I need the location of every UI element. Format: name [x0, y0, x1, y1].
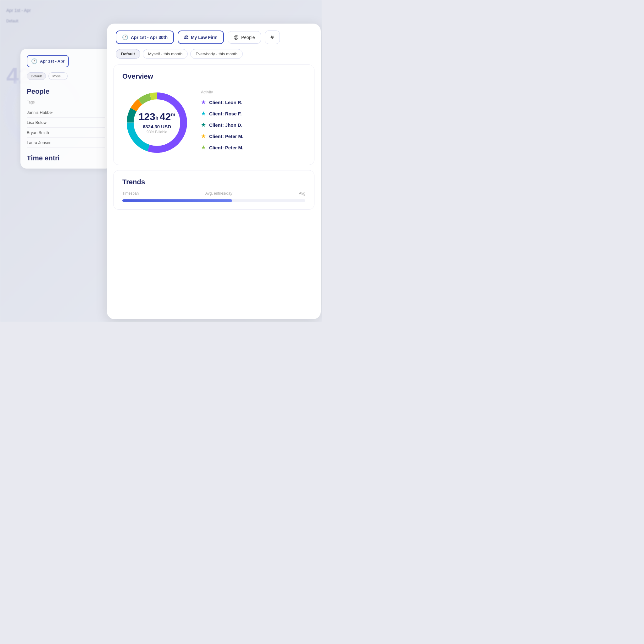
donut-usd: 6324,30 USD — [139, 124, 175, 129]
time-section-title: Time entri — [27, 154, 105, 162]
clock-icon: 🕐 — [122, 34, 128, 40]
activity-label: Activity — [201, 90, 305, 94]
donut-chart: 123h 42m 6324,30 USD 93% Billable — [122, 88, 192, 157]
tab-default[interactable]: Default — [116, 49, 140, 59]
people-button[interactable]: @ People — [228, 31, 261, 44]
timespan-label: Timespan — [122, 191, 139, 196]
date-range-button[interactable]: 🕐 Apr 1st - Apr 30th — [116, 31, 174, 44]
avg-entries-label: Avg. entries/day — [205, 191, 232, 196]
star-icon-2: ★ — [201, 121, 206, 128]
tab-myself[interactable]: Myself - this month — [143, 49, 188, 59]
trends-bar — [122, 199, 232, 202]
star-icon-4: ★ — [201, 144, 206, 151]
people-label: People — [241, 35, 255, 40]
firm-button[interactable]: ⚖ My Law Firm — [178, 31, 224, 44]
hash-icon: # — [271, 34, 274, 41]
trends-bar-wrap — [122, 199, 305, 202]
scale-icon: ⚖ — [184, 34, 188, 40]
filter-bar: 🕐 Apr 1st - Apr 30th ⚖ My Law Firm @ Peo… — [107, 24, 321, 44]
person-2[interactable]: Lisa Bulow — [27, 118, 105, 128]
activity-item-0: ★ Client: Leon R. — [201, 99, 305, 106]
view-tabs: Default Myself - this month Everybody - … — [107, 44, 321, 59]
overview-card: Overview — [113, 64, 314, 165]
person-3[interactable]: Bryan Smith — [27, 128, 105, 138]
activity-name-3: Client: Peter M. — [209, 134, 243, 139]
overview-title: Overview — [122, 72, 305, 81]
clock-icon: 🕐 — [31, 58, 37, 64]
people-section: People Tags Jannis Habbe- Lisa Bulow Bry… — [27, 87, 105, 148]
at-icon: @ — [234, 35, 239, 40]
back-panel: 🕐 Apr 1st - Apr Default Myse... People T… — [20, 49, 112, 169]
activity-item-3: ★ Client: Peter M. — [201, 133, 305, 140]
activity-item-2: ★ Client: Jhon D. — [201, 121, 305, 128]
back-filter-myself[interactable]: Myse... — [48, 72, 68, 80]
overview-body: 123h 42m 6324,30 USD 93% Billable Activi… — [122, 88, 305, 157]
trends-card: Trends Timespan Avg. entries/day Avg — [113, 170, 314, 210]
hash-button[interactable]: # — [265, 31, 280, 44]
tags-label: Tags — [27, 100, 105, 104]
activity-name-0: Client: Leon R. — [209, 100, 242, 105]
activity-name-1: Client: Rose F. — [209, 111, 241, 116]
bg-text-2: Default — [6, 19, 18, 23]
activity-name-4: Client: Peter M. — [209, 145, 243, 150]
people-title: People — [27, 87, 105, 96]
donut-minutes: 42m — [160, 111, 175, 123]
person-1[interactable]: Jannis Habbe- — [27, 108, 105, 118]
star-icon-0: ★ — [201, 99, 206, 106]
back-panel-date[interactable]: 🕐 Apr 1st - Apr — [27, 55, 69, 67]
main-panel: 🕐 Apr 1st - Apr 30th ⚖ My Law Firm @ Peo… — [107, 24, 321, 319]
star-icon-1: ★ — [201, 110, 206, 117]
activity-list: Activity ★ Client: Leon R. ★ Client: Ros… — [201, 90, 305, 155]
trends-title: Trends — [122, 178, 305, 186]
time-section: Time entri — [27, 154, 105, 162]
activity-item-1: ★ Client: Rose F. — [201, 110, 305, 117]
back-filter-default[interactable]: Default — [27, 72, 46, 80]
donut-center: 123h 42m 6324,30 USD 93% Billable — [139, 111, 175, 134]
avg2-label: Avg — [299, 191, 305, 196]
activity-item-4: ★ Client: Peter M. — [201, 144, 305, 151]
donut-hours: 123h — [139, 112, 158, 122]
back-panel-date-text: Apr 1st - Apr — [40, 59, 64, 64]
date-range-label: Apr 1st - Apr 30th — [131, 35, 168, 40]
trends-header: Timespan Avg. entries/day Avg — [122, 191, 305, 196]
firm-label: My Law Firm — [191, 35, 218, 40]
donut-billable: 93% Billable — [139, 130, 175, 134]
tab-everybody[interactable]: Everybody - this month — [190, 49, 243, 59]
activity-name-2: Client: Jhon D. — [209, 122, 242, 128]
back-filter-row: Default Myse... — [27, 72, 105, 80]
person-4[interactable]: Laura Jensen — [27, 138, 105, 148]
star-icon-3: ★ — [201, 133, 206, 140]
bg-text-1: Apr 1st - Apr — [6, 8, 31, 13]
